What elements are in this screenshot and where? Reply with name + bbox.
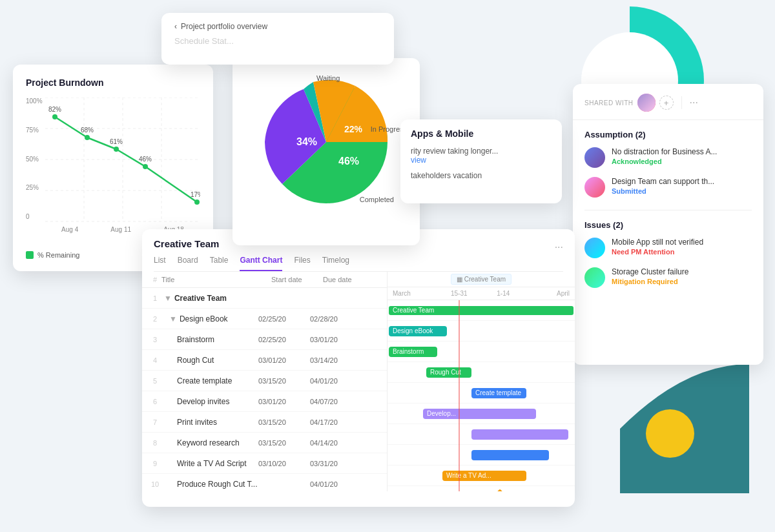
apps-panel-header: SHARED WITH + ··· bbox=[573, 84, 763, 120]
assumption-1-status: Acknowledged bbox=[612, 158, 752, 165]
pie-card: 34% 46% 22% Waiting In Progress Complete… bbox=[232, 58, 420, 245]
assumption-2-text: Design Team can support th... Submitted bbox=[612, 177, 752, 195]
gantt-title: Creative Team bbox=[154, 238, 219, 249]
timeline-date-header: March 15-31 1-14 April bbox=[388, 287, 575, 300]
bar-design-ebook: Design eBook bbox=[389, 326, 447, 336]
avatar-issue-2 bbox=[584, 267, 605, 288]
portfolio-back-nav[interactable]: ‹ Project portfolio overview bbox=[174, 22, 381, 31]
notification-1-link[interactable]: view bbox=[411, 156, 552, 165]
bar-develop-invites: Develop... bbox=[423, 409, 536, 419]
pie-svg: 34% 46% 22% bbox=[255, 71, 397, 213]
bar-create-template: Create template bbox=[471, 388, 526, 398]
assumption-2-status: Submitted bbox=[612, 187, 752, 195]
y-axis-labels: 100% 75% 50% 25% 0 bbox=[26, 97, 43, 220]
legend-label: % Remaining bbox=[37, 251, 79, 259]
bar-keyword-research bbox=[471, 450, 549, 460]
tab-list[interactable]: List bbox=[154, 256, 166, 271]
assumption-section: Assumption (2) No distraction for Busine… bbox=[573, 120, 763, 210]
bar-print-invites bbox=[471, 429, 568, 440]
notification-2: takeholders vacation bbox=[411, 171, 552, 180]
gantt-bar-row-9: Write a TV Ad... bbox=[388, 466, 575, 486]
svg-text:22%: 22% bbox=[344, 124, 363, 134]
timeline-header-group: ▦ Creative Team bbox=[393, 276, 570, 283]
avatar-assumption-1 bbox=[584, 147, 605, 168]
add-user-button[interactable]: + bbox=[659, 96, 674, 110]
gantt-bar-row-7 bbox=[388, 424, 575, 445]
col-due: Due date bbox=[323, 276, 375, 283]
pie-label-waiting: Waiting bbox=[316, 74, 340, 82]
tab-board[interactable]: Board bbox=[178, 256, 198, 271]
gantt-task-list: # Title Start date Due date 1 ▼Creative … bbox=[142, 272, 388, 491]
assumption-2-title: Design Team can support th... bbox=[612, 177, 752, 186]
gantt-bar-row-2: Design eBook bbox=[388, 321, 575, 342]
gantt-row-6: 6 Develop invites 03/01/20 04/07/20 bbox=[142, 391, 387, 412]
tab-table[interactable]: Table bbox=[210, 256, 229, 271]
more-options-button[interactable]: ··· bbox=[690, 97, 698, 108]
svg-text:68%: 68% bbox=[81, 127, 94, 134]
avatar-assumption-2 bbox=[584, 177, 605, 198]
gantt-bar-row-10 bbox=[388, 486, 575, 491]
shared-with-section: SHARED WITH + ··· bbox=[584, 94, 698, 112]
issue-1-status: Need PM Attention bbox=[612, 248, 752, 256]
col-start: Start date bbox=[271, 276, 323, 283]
gantt-more-button[interactable]: ··· bbox=[555, 241, 563, 253]
notifications-card: Apps & Mobile rity review taking longer.… bbox=[400, 119, 562, 203]
svg-point-10 bbox=[85, 135, 90, 140]
milestone-diamond bbox=[491, 489, 508, 491]
issue-item-1: Mobile App still not verified Need PM At… bbox=[584, 238, 752, 258]
burndown-title: Project Burndown bbox=[26, 77, 200, 88]
gantt-row-10: 10 Produce Rough Cut T... 04/01/20 bbox=[142, 474, 387, 491]
bar-rough-cut: Rough Cut bbox=[426, 367, 471, 378]
svg-text:61%: 61% bbox=[110, 138, 123, 145]
gantt-bar-row-5: Create template bbox=[388, 383, 575, 404]
svg-point-13 bbox=[194, 200, 200, 205]
assumption-title: Assumption (2) bbox=[584, 130, 752, 139]
issue-1-title: Mobile App still not verified bbox=[612, 238, 752, 247]
timeline-header: ▦ Creative Team bbox=[388, 272, 575, 287]
gantt-row-4: 4 Rough Cut 03/01/20 03/14/20 bbox=[142, 350, 387, 371]
svg-text:46%: 46% bbox=[338, 156, 359, 167]
assumption-1-text: No distraction for Business A... Acknowl… bbox=[612, 147, 752, 165]
gantt-row-3: 3 Brainstorm 02/25/20 03/01/20 bbox=[142, 329, 387, 350]
svg-text:46%: 46% bbox=[139, 156, 152, 163]
issue-item-2: Storage Cluster failure Mitigation Requi… bbox=[584, 267, 752, 288]
chart-plot: 82% 68% 61% 46% 17% bbox=[45, 97, 200, 227]
svg-point-11 bbox=[114, 147, 119, 152]
gantt-row-9: 9 Write a TV Ad Script 03/10/20 03/31/20 bbox=[142, 453, 387, 474]
gantt-col-headers: # Title Start date Due date bbox=[142, 272, 387, 288]
gantt-bar-row-3: Brainstorm bbox=[388, 342, 575, 362]
portfolio-card: ‹ Project portfolio overview Schedule St… bbox=[161, 13, 394, 65]
apps-mobile-title: Apps & Mobile bbox=[411, 128, 552, 139]
assumption-item-1: No distraction for Business A... Acknowl… bbox=[584, 147, 752, 168]
tab-files[interactable]: Files bbox=[294, 256, 310, 271]
bar-tv-ad-script: Write a TV Ad... bbox=[442, 471, 526, 481]
tab-gantt-chart[interactable]: Gantt Chart bbox=[240, 256, 282, 271]
notification-1: rity review taking longer... view bbox=[411, 147, 552, 165]
gantt-row-7: 7 Print invites 03/15/20 04/17/20 bbox=[142, 412, 387, 433]
avatar-issue-1 bbox=[584, 238, 605, 258]
gantt-card: Creative Team ··· List Board Table Gantt… bbox=[142, 229, 575, 507]
legend-dot bbox=[26, 251, 34, 259]
gantt-bar-row-1: Creative Team bbox=[388, 300, 575, 321]
svg-text:17%: 17% bbox=[191, 191, 200, 198]
gantt-row-8: 8 Keyword research 03/15/20 04/14/20 bbox=[142, 433, 387, 453]
shared-with-label: SHARED WITH bbox=[584, 99, 634, 107]
gantt-tabs: List Board Table Gantt Chart Files Timel… bbox=[154, 256, 563, 272]
tab-timelog[interactable]: Timelog bbox=[322, 256, 349, 271]
col-title: Title bbox=[161, 276, 271, 283]
issues-title: Issues (2) bbox=[584, 220, 752, 230]
gantt-bars-panel: ▦ Creative Team March 15-31 1-14 April C… bbox=[388, 272, 575, 491]
pie-chart: 34% 46% 22% Waiting In Progress Complete… bbox=[255, 71, 397, 213]
back-arrow-icon: ‹ bbox=[174, 22, 177, 31]
gantt-row-1: 1 ▼Creative Team bbox=[142, 288, 387, 309]
issues-section: Issues (2) Mobile App still not verified… bbox=[573, 210, 763, 300]
assumption-item-2: Design Team can support th... Submitted bbox=[584, 177, 752, 198]
today-line bbox=[459, 300, 460, 491]
gantt-bar-row-6: Develop... bbox=[388, 404, 575, 424]
issue-2-text: Storage Cluster failure Mitigation Requi… bbox=[612, 267, 752, 285]
svg-point-9 bbox=[52, 114, 57, 119]
yellow-circle-decoration bbox=[646, 409, 694, 458]
apps-panel-card: SHARED WITH + ··· Assumption (2) No dist… bbox=[573, 84, 763, 365]
issue-1-text: Mobile App still not verified Need PM At… bbox=[612, 238, 752, 256]
gantt-body: # Title Start date Due date 1 ▼Creative … bbox=[142, 272, 575, 491]
